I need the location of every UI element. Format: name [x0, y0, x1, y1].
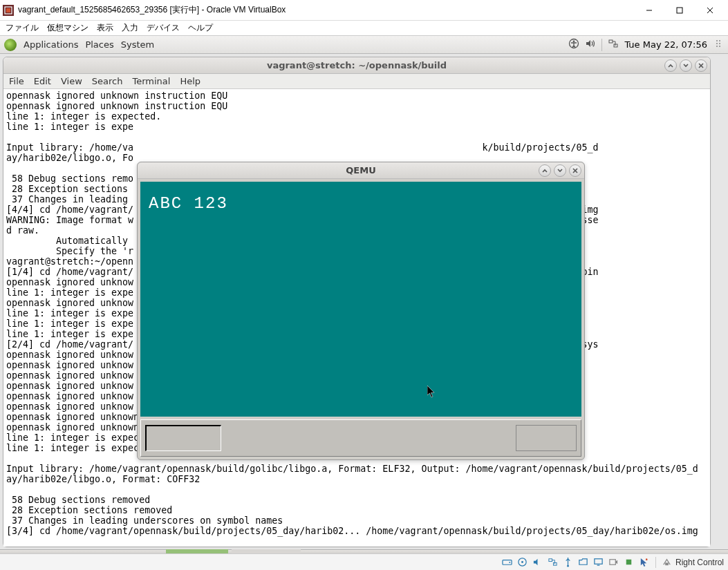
qemu-window: QEMU ABC 123 [137, 162, 585, 460]
qemu-taskbar [140, 419, 581, 457]
maximize-button[interactable] [664, 1, 695, 20]
cpu-indicator-icon[interactable] [624, 557, 635, 568]
accessibility-icon[interactable] [568, 38, 579, 51]
host-key-label: Right Control [675, 558, 724, 567]
clock[interactable]: Tue May 22, 07:56 [624, 39, 707, 50]
mouse-integration-icon[interactable] [639, 557, 650, 568]
svg-point-21 [510, 562, 511, 563]
virtualbox-statusbar: Right Control [0, 553, 728, 570]
shared-folder-indicator-icon[interactable] [578, 557, 589, 568]
svg-point-23 [522, 561, 524, 563]
svg-rect-3 [677, 8, 682, 13]
panel-handle-icon [713, 38, 724, 51]
network-icon[interactable] [608, 38, 619, 51]
qemu-titlebar[interactable]: QEMU [138, 162, 584, 179]
qemu-screen-text: ABC 123 [149, 194, 228, 213]
svg-point-12 [716, 46, 718, 47]
svg-rect-8 [609, 40, 613, 43]
qemu-taskbar-button-left[interactable] [145, 425, 221, 451]
guest-desktop: Applications Places System Tue May 22, 0… [0, 36, 728, 553]
vbox-menu-input[interactable]: 入力 [122, 22, 138, 34]
terminal-minimize-button[interactable] [664, 59, 677, 72]
terminal-close-button[interactable] [695, 59, 707, 72]
svg-rect-31 [666, 562, 669, 565]
taskbar-active-app[interactable] [166, 549, 228, 553]
optical-indicator-icon[interactable] [517, 557, 528, 568]
svg-rect-24 [549, 559, 552, 562]
gnome-menu-applications[interactable]: Applications [24, 39, 78, 50]
terminal-menubar: File Edit View Search Terminal Help [3, 74, 710, 89]
vbox-menu-view[interactable]: 表示 [97, 22, 113, 34]
gnome-top-panel: Applications Places System Tue May 22, 0… [0, 36, 728, 54]
term-menu-view[interactable]: View [61, 76, 82, 86]
svg-point-15 [719, 46, 720, 47]
qemu-close-button[interactable] [569, 164, 581, 177]
usb-indicator-icon[interactable] [563, 557, 574, 568]
gnome-menu-places[interactable]: Places [85, 39, 113, 50]
network-indicator-icon[interactable] [548, 557, 559, 568]
svg-rect-27 [595, 559, 602, 564]
virtualbox-menubar: ファイル 仮想マシン 表示 入力 デバイス ヘルプ [0, 21, 728, 36]
term-menu-edit[interactable]: Edit [34, 76, 51, 86]
svg-point-7 [573, 40, 575, 42]
vbox-menu-machine[interactable]: 仮想マシン [47, 22, 88, 34]
close-button[interactable] [695, 1, 725, 20]
qemu-display[interactable]: ABC 123 [140, 182, 581, 417]
term-menu-file[interactable]: File [9, 76, 24, 86]
volume-icon[interactable] [585, 38, 596, 51]
audio-indicator-icon[interactable] [532, 557, 543, 568]
gnome-menu-system[interactable]: System [121, 39, 154, 50]
taskbar-app[interactable] [232, 549, 301, 553]
svg-point-13 [719, 40, 720, 41]
term-menu-search[interactable]: Search [92, 76, 123, 86]
mouse-cursor-icon [427, 386, 436, 398]
virtualbox-icon [3, 5, 14, 16]
minimize-button[interactable] [634, 1, 664, 20]
recording-indicator-icon[interactable] [608, 557, 619, 568]
distro-logo-icon[interactable] [4, 39, 17, 51]
svg-point-10 [716, 40, 718, 41]
virtualbox-titlebar: vagrant_default_1525685462653_29356 [実行中… [0, 0, 728, 21]
svg-rect-30 [626, 560, 632, 565]
display-indicator-icon[interactable] [593, 557, 604, 568]
term-menu-terminal[interactable]: Terminal [132, 76, 170, 86]
terminal-title: vagrant@stretch: ~/opennask/build [267, 60, 447, 70]
svg-point-14 [719, 43, 720, 44]
svg-rect-1 [6, 8, 10, 12]
qemu-minimize-button[interactable] [539, 164, 551, 177]
vbox-menu-help[interactable]: ヘルプ [188, 22, 213, 34]
vbox-menu-file[interactable]: ファイル [6, 22, 39, 34]
virtualbox-window-title: vagrant_default_1525685462653_29356 [実行中… [18, 4, 286, 16]
hdd-indicator-icon[interactable] [502, 557, 513, 568]
vbox-menu-devices[interactable]: デバイス [147, 22, 180, 34]
qemu-maximize-button[interactable] [554, 164, 566, 177]
keyboard-arrow-icon [662, 557, 673, 568]
svg-point-11 [716, 43, 718, 44]
gnome-bottom-panel [0, 549, 728, 553]
terminal-titlebar[interactable]: vagrant@stretch: ~/opennask/build [3, 57, 710, 74]
term-menu-help[interactable]: Help [180, 76, 200, 86]
qemu-title: QEMU [346, 165, 375, 175]
svg-point-26 [568, 565, 570, 567]
terminal-maximize-button[interactable] [680, 59, 692, 72]
qemu-taskbar-tray [516, 425, 577, 451]
svg-rect-29 [610, 560, 615, 565]
host-key-indicator[interactable]: Right Control [662, 557, 724, 568]
